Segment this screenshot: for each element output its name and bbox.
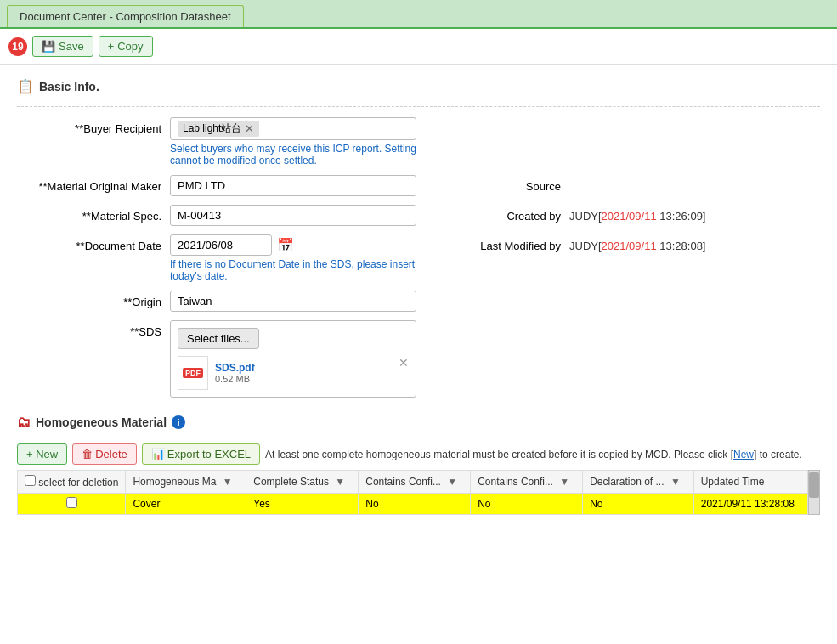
hm-icon: 🗂 xyxy=(17,415,31,430)
td-hm: Cover xyxy=(126,494,246,515)
filter-hm-icon[interactable]: ▼ xyxy=(223,476,233,488)
new-button[interactable]: + New xyxy=(17,443,67,465)
tab-bar: Document Center - Composition Datasheet xyxy=(0,0,837,29)
document-date-row: **Document Date 📅 If there is no Documen… xyxy=(17,234,820,282)
date-input-row: 📅 xyxy=(170,234,416,256)
export-label: Export to EXCEL xyxy=(167,448,251,460)
excel-icon: 📊 xyxy=(151,448,165,460)
toolbar: 19 💾 Save + Copy xyxy=(0,29,837,65)
material-maker-value xyxy=(170,175,416,196)
divider-top xyxy=(17,106,820,107)
file-size: 0.52 MB xyxy=(215,374,255,384)
material-maker-row: **Material Original Maker Source xyxy=(17,175,820,196)
table-row[interactable]: Cover Yes No No No 2021/09/11 13:28:08 xyxy=(18,494,808,515)
vertical-scrollbar[interactable] xyxy=(808,470,820,515)
pdf-badge: PDF xyxy=(183,368,203,378)
file-item: PDF SDS.pdf 0.52 MB ✕ xyxy=(178,356,409,390)
document-date-label: **Document Date xyxy=(17,234,170,252)
th-hm: Homogeneous Ma ▼ xyxy=(126,471,246,494)
td-check xyxy=(18,494,126,515)
buyer-hint: Select buyers who may receive this ICP r… xyxy=(170,143,416,167)
th-check: select for deletion xyxy=(18,471,126,494)
copy-plus-icon: + xyxy=(108,40,115,53)
origin-label: **Origin xyxy=(17,291,170,308)
buyer-tag-box[interactable]: Lab light站台 ✕ xyxy=(170,117,416,140)
th-conf2: Contains Confi... ▼ xyxy=(471,471,583,494)
row-checkbox[interactable] xyxy=(66,497,77,508)
info-icon[interactable]: i xyxy=(172,415,185,429)
document-date-input[interactable] xyxy=(170,234,272,256)
material-maker-label: **Material Original Maker xyxy=(17,175,170,193)
origin-row: **Origin xyxy=(17,291,820,312)
td-decl: No xyxy=(583,494,694,515)
last-modified-date: 2021/09/11 xyxy=(602,240,657,252)
document-hint: If there is no Document Date in the SDS,… xyxy=(170,258,416,282)
scrollbar-thumb[interactable] xyxy=(809,472,819,498)
save-label: Save xyxy=(59,40,84,53)
th-conf1: Contains Confi... ▼ xyxy=(359,471,471,494)
new-hint-link[interactable]: New xyxy=(733,449,754,460)
select-files-button[interactable]: Select files... xyxy=(178,328,259,349)
file-name[interactable]: SDS.pdf xyxy=(215,362,255,374)
filter-decl-icon[interactable]: ▼ xyxy=(670,476,681,488)
basic-info-label: Basic Info. xyxy=(39,80,99,93)
hm-label: Homogeneous Material xyxy=(36,415,167,429)
sds-upload-box: Select files... PDF SDS.pdf 0.52 MB ✕ xyxy=(170,320,416,398)
buyer-recipient-label: **Buyer Recipient xyxy=(17,117,170,135)
save-icon: 💾 xyxy=(42,40,55,53)
table-toolbar: + New 🗑 Delete 📊 Export to EXCEL At leas… xyxy=(17,438,820,470)
origin-input[interactable] xyxy=(170,291,416,312)
table-scroll-area: select for deletion Homogeneous Ma ▼ Com… xyxy=(17,470,808,515)
td-complete: Yes xyxy=(246,494,359,515)
main-content: 📋 Basic Info. **Buyer Recipient Lab ligh… xyxy=(0,65,837,537)
filter-complete-icon[interactable]: ▼ xyxy=(335,476,345,488)
th-check-label: select for deletion xyxy=(38,477,118,489)
copy-button[interactable]: + Copy xyxy=(99,36,153,57)
buyer-tag: Lab light站台 ✕ xyxy=(178,121,259,137)
sds-label: **SDS xyxy=(17,320,170,338)
basic-info-section-title: 📋 Basic Info. xyxy=(17,78,820,94)
homogeneous-table: select for deletion Homogeneous Ma ▼ Com… xyxy=(17,470,808,515)
table-body: Cover Yes No No No 2021/09/11 13:28:08 xyxy=(18,494,808,515)
file-remove-icon[interactable]: ✕ xyxy=(399,356,409,370)
basic-info-icon: 📋 xyxy=(17,78,34,94)
buyer-tag-close[interactable]: ✕ xyxy=(245,122,254,135)
table-outer: select for deletion Homogeneous Ma ▼ Com… xyxy=(17,470,820,515)
homogeneous-material-section: 🗂 Homogeneous Material i + New 🗑 Delete … xyxy=(17,415,820,523)
main-tab[interactable]: Document Center - Composition Datasheet xyxy=(7,5,244,27)
table-header-row: select for deletion Homogeneous Ma ▼ Com… xyxy=(18,471,808,494)
buyer-recipient-row: **Buyer Recipient Lab light站台 ✕ Select b… xyxy=(17,117,820,167)
material-maker-input[interactable] xyxy=(170,175,416,196)
th-complete: Complete Status ▼ xyxy=(246,471,359,494)
notification-badge: 19 xyxy=(8,37,27,56)
save-button[interactable]: 💾 Save xyxy=(32,36,93,57)
created-by-date: 2021/09/11 xyxy=(602,210,657,223)
td-conf2: No xyxy=(471,494,583,515)
material-spec-input[interactable] xyxy=(170,205,416,226)
copy-label: Copy xyxy=(117,40,143,53)
calendar-icon[interactable]: 📅 xyxy=(277,237,294,253)
filter-conf1-icon[interactable]: ▼ xyxy=(447,476,457,488)
origin-value xyxy=(170,291,416,312)
delete-button[interactable]: 🗑 Delete xyxy=(72,443,137,465)
delete-icon: 🗑 xyxy=(82,448,93,460)
sds-value: Select files... PDF SDS.pdf 0.52 MB ✕ xyxy=(170,320,416,398)
filter-conf2-icon[interactable]: ▼ xyxy=(559,476,569,488)
hm-section-title: 🗂 Homogeneous Material i xyxy=(17,415,820,430)
last-modified-label: Last Modified by xyxy=(450,234,569,252)
created-by-label: Created by xyxy=(467,205,569,223)
td-conf1: No xyxy=(359,494,471,515)
pdf-icon: PDF xyxy=(178,356,208,390)
buyer-recipient-value: Lab light站台 ✕ Select buyers who may rece… xyxy=(170,117,416,167)
delete-label: Delete xyxy=(95,448,127,460)
td-updated: 2021/09/11 13:28:08 xyxy=(693,494,807,515)
source-label: Source xyxy=(467,175,569,193)
material-spec-value xyxy=(170,205,416,226)
file-info: SDS.pdf 0.52 MB xyxy=(215,362,255,384)
table-hint: At least one complete homogeneous materi… xyxy=(265,449,802,460)
document-date-value: 📅 If there is no Document Date in the SD… xyxy=(170,234,416,282)
select-all-checkbox[interactable] xyxy=(25,475,36,486)
th-decl: Declaration of ... ▼ xyxy=(583,471,694,494)
export-excel-button[interactable]: 📊 Export to EXCEL xyxy=(142,443,260,465)
page-wrapper: Document Center - Composition Datasheet … xyxy=(0,0,837,644)
